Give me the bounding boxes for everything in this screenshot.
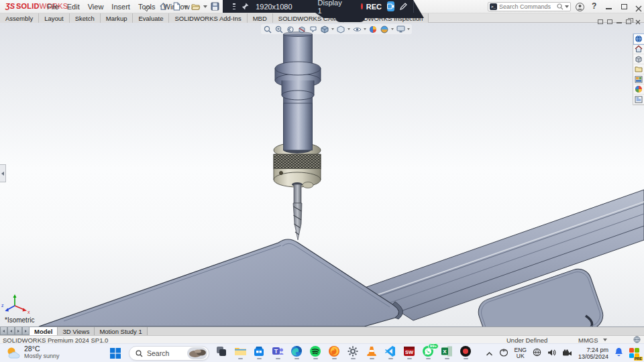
start-button[interactable] [110,348,121,361]
model-scene[interactable]: x z [0,23,644,326]
new-document-icon[interactable] [171,1,181,11]
vscode[interactable] [384,345,397,359]
apply-scene-caret[interactable] [391,28,394,30]
maximize-button[interactable] [621,4,627,9]
tab-solidworks-addins[interactable]: SOLIDWORKS Add-Ins [169,13,247,23]
custom-properties-icon[interactable] [634,95,644,105]
search-commands-input[interactable] [499,3,555,10]
view-settings-icon[interactable] [396,25,405,34]
recorder-camera-button[interactable] [387,1,394,11]
doc-restore-button[interactable] [626,19,631,24]
feature-tree-collapse-tab[interactable] [0,164,6,182]
recorder[interactable] [459,345,472,359]
view-orientation-caret[interactable] [331,28,334,30]
help-icon[interactable]: ? [592,1,596,11]
clock[interactable]: 7:24 pm 13/05/2024 [578,347,608,360]
drill-bit[interactable] [293,184,302,240]
view-palette-icon[interactable] [634,74,644,84]
graphics-area[interactable]: x z [0,23,644,326]
firefox[interactable] [327,345,341,359]
recorder-handle[interactable] [335,17,365,22]
annotation-views-icon[interactable] [309,25,318,34]
chuck-body[interactable] [274,103,321,188]
zoom-to-fit-icon[interactable] [263,25,272,34]
open-icon[interactable] [191,1,201,11]
menu-edit[interactable]: Edit [67,3,80,11]
tab-sketch[interactable]: Sketch [70,13,101,23]
task-view[interactable] [215,345,228,359]
display-style-icon[interactable] [336,25,345,34]
minimize-button[interactable] [606,8,612,9]
settings[interactable] [346,345,360,359]
recorder-pin-icon[interactable] [241,1,249,13]
language-indicator[interactable]: ENG UK [515,347,527,359]
section-view-icon[interactable] [297,25,307,34]
hide-show-caret[interactable] [364,28,366,30]
tab-3d-views[interactable]: 3D Views [58,327,95,335]
resources-home-icon[interactable] [634,44,644,54]
edge[interactable] [290,345,303,359]
tab-scroll-last[interactable] [22,327,30,335]
file-explorer-icon[interactable] [634,64,644,74]
mouse-icon[interactable] [499,347,508,359]
excel[interactable]: X [440,345,453,359]
recorder-close-icon[interactable] [413,1,425,13]
tab-model[interactable]: Model [30,327,58,335]
weather-widget[interactable]: 28°C Mostly sunny [5,345,60,360]
edit-appearance-icon[interactable] [368,25,378,34]
apply-scene-icon[interactable] [380,25,389,34]
design-library-icon[interactable] [634,54,644,64]
menu-view[interactable]: View [88,3,104,11]
bell-icon[interactable] [614,347,623,359]
spindle-collar[interactable] [275,62,321,100]
search-highlight-image[interactable] [187,347,207,359]
previous-view-icon[interactable] [286,25,295,34]
doc-unpin-button[interactable] [607,19,612,24]
doc-pin-button[interactable] [598,19,603,24]
taskbar-search[interactable]: Search [129,346,209,361]
menu-file[interactable]: File [47,3,59,11]
tab-assembly[interactable]: Assembly [0,13,39,23]
view-orientation-icon[interactable] [320,25,329,34]
open-caret[interactable] [203,5,207,8]
user-account-icon[interactable] [576,2,584,14]
network-icon[interactable] [533,347,541,359]
m365-preview-icon[interactable]: PRE [629,348,640,359]
search-icon[interactable] [557,1,564,13]
search-scope-caret[interactable] [565,5,569,8]
units-caret[interactable] [603,339,607,341]
base-plate[interactable] [39,239,402,326]
teams[interactable]: T [271,345,284,359]
vlc[interactable] [365,345,378,359]
new-document-caret[interactable] [184,5,188,8]
tab-scroll-first[interactable] [0,327,7,335]
doc-close-button[interactable] [635,15,641,27]
recorder-pencil-icon[interactable] [400,1,407,13]
microsoft-store[interactable] [252,345,266,359]
tab-scroll-next[interactable] [15,327,22,335]
appearances-scenes-icon[interactable] [634,84,644,95]
tab-motion-study[interactable]: Motion Study 1 [95,327,147,335]
zoom-to-area-icon[interactable] [274,25,284,34]
tab-evaluate[interactable]: Evaluate [133,13,169,23]
hide-show-items-icon[interactable] [352,25,362,34]
search-commands-box[interactable]: >_ [488,2,571,11]
solidworks[interactable]: SW [402,345,416,359]
doc-minimize-button[interactable] [616,22,622,23]
volume-icon[interactable] [547,347,556,359]
tray-chevron-icon[interactable] [486,347,493,359]
menu-insert[interactable]: Insert [111,3,130,11]
spotify[interactable] [309,345,322,359]
save-icon[interactable] [210,1,220,11]
display-style-caret[interactable] [347,28,350,30]
3dexperience-icon[interactable] [634,34,644,44]
recorder-menu-icon[interactable] [233,3,235,9]
camera-device-icon[interactable] [562,347,572,359]
whatsapp[interactable]: 99+ [421,345,435,359]
tab-markup[interactable]: Markup [101,13,133,23]
tab-mbd[interactable]: MBD [248,13,273,23]
file-explorer[interactable] [233,345,247,359]
tab-layout[interactable]: Layout [39,13,70,23]
home-icon[interactable] [158,1,168,11]
view-settings-caret[interactable] [407,28,410,30]
